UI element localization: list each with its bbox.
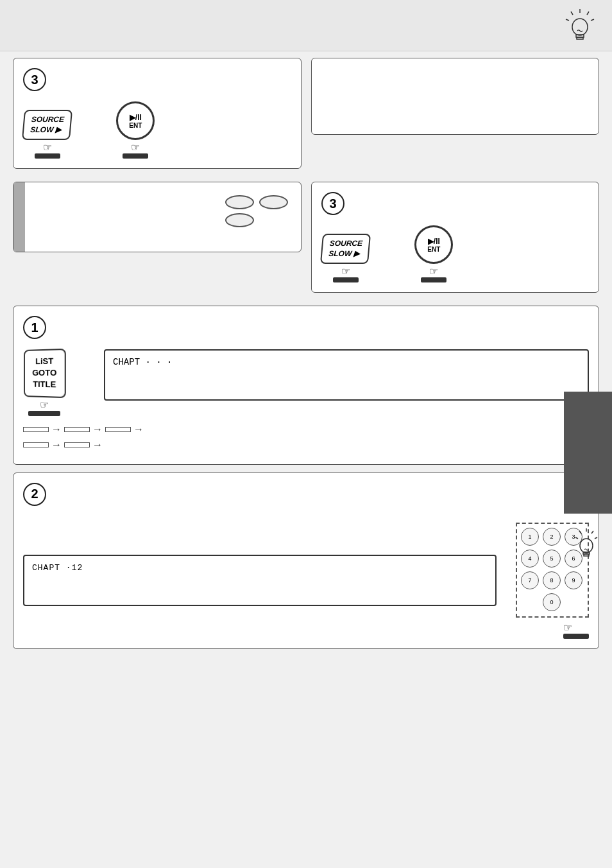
chapt-text-2: CHAPT ·12 <box>32 563 83 573</box>
chapt-display-2-wrapper: CHAPT ·12 <box>23 555 497 606</box>
step1-circle: 1 <box>23 316 46 339</box>
finger-press-keypad: ☞ <box>516 620 589 639</box>
flow-arrow-1: → <box>51 424 62 435</box>
section1-box: 1 LiST GOTO TITLE ☞ CHAPT · · · <box>13 306 599 465</box>
flow-row-1: → → → <box>23 424 589 435</box>
ent-label-bottom: ENT <box>427 246 440 253</box>
gray-sidebar-bar <box>13 182 25 252</box>
key-0[interactable]: 0 <box>543 593 561 611</box>
svg-line-2 <box>591 19 594 21</box>
list-goto-title-label: LiST GOTO TITLE <box>24 349 66 398</box>
source-slow-btn-top[interactable]: SOURCE SLOW ▶ ☞ <box>23 110 71 159</box>
ent-circle-top: ▶/II ENT <box>116 101 155 140</box>
flow-arrow-4: → <box>51 439 62 451</box>
tip-box-top <box>311 58 599 175</box>
finger-icon-4: ☞ <box>429 265 438 277</box>
finger-icon-6: ☞ <box>563 621 589 634</box>
ent-circle-bottom: ▶/II ENT <box>414 225 453 264</box>
section2-left: CHAPT ·12 <box>23 516 497 606</box>
middle-left-box <box>13 182 302 252</box>
ent-btn-top[interactable]: ▶/II ENT ☞ <box>116 101 155 159</box>
middle-left <box>13 182 302 299</box>
oval-2 <box>259 195 288 209</box>
play-pause-icon-top: ▶/II <box>130 113 142 122</box>
top-bar <box>0 0 612 51</box>
ovals-group <box>225 195 288 227</box>
svg-rect-15 <box>584 554 589 556</box>
main-content: 3 SOURCE SLOW ▶ ☞ <box>0 51 612 662</box>
oval-1 <box>225 195 254 209</box>
section3-bottom-box: 3 SOURCE SLOW ▶ ☞ ▶/II <box>311 182 599 293</box>
svg-line-9 <box>591 531 593 534</box>
lightbulb-top-icon <box>561 6 599 45</box>
top-row: 3 SOURCE SLOW ▶ ☞ <box>13 58 599 175</box>
svg-line-1 <box>587 12 589 15</box>
flow-box-5 <box>64 442 90 447</box>
key-1[interactable]: 1 <box>521 528 539 546</box>
svg-rect-7 <box>577 37 583 39</box>
tip-content-top <box>311 58 599 135</box>
svg-line-11 <box>579 531 581 534</box>
lightbulb-small-icon <box>570 526 602 564</box>
chapt-display-1: CHAPT · · · <box>104 349 589 401</box>
step3-bottom-circle: 3 <box>321 192 344 215</box>
svg-line-3 <box>571 12 573 15</box>
ent-label-top: ENT <box>129 122 142 129</box>
flow-box-1 <box>23 427 49 432</box>
key-empty-1 <box>521 593 539 611</box>
chapt-text-1: CHAPT · · · <box>113 357 172 367</box>
source-slow-btn-bottom[interactable]: SOURCE SLOW ▶ ☞ <box>321 234 370 282</box>
svg-point-13 <box>580 539 593 553</box>
flow-arrow-3: → <box>133 424 144 435</box>
section3-top-box: 3 SOURCE SLOW ▶ ☞ <box>13 58 302 169</box>
finger-icon-1: ☞ <box>43 141 52 153</box>
key-7[interactable]: 7 <box>521 571 539 589</box>
flow-rows: → → → → → <box>23 424 589 451</box>
key-9[interactable]: 9 <box>565 571 582 589</box>
flow-arrow-5: → <box>92 439 103 451</box>
ent-btn-bottom[interactable]: ▶/II ENT ☞ <box>414 225 453 282</box>
list-goto-title-btn[interactable]: LiST GOTO TITLE ☞ <box>23 349 65 416</box>
step2-circle: 2 <box>23 483 46 506</box>
page: 3 SOURCE SLOW ▶ ☞ <box>0 0 612 868</box>
svg-point-5 <box>572 19 588 35</box>
middle-right: 3 SOURCE SLOW ▶ ☞ ▶/II <box>311 182 599 299</box>
finger-icon-3: ☞ <box>341 265 350 277</box>
play-pause-icon-bottom: ▶/II <box>428 237 440 246</box>
finger-icon-2: ☞ <box>131 141 140 153</box>
svg-line-4 <box>566 19 569 21</box>
source-slow-label-top: SOURCE SLOW ▶ <box>22 110 72 140</box>
right-dark-panel <box>564 392 612 514</box>
flow-box-3 <box>105 427 131 432</box>
section3-top-left: 3 SOURCE SLOW ▶ ☞ <box>13 58 302 175</box>
middle-row: 3 SOURCE SLOW ▶ ☞ ▶/II <box>13 182 599 299</box>
source-slow-label-bottom: SOURCE SLOW ▶ <box>320 234 371 264</box>
finger-icon-5: ☞ <box>40 399 49 411</box>
oval-3 <box>225 213 254 227</box>
flow-row-2: → → <box>23 439 589 451</box>
key-5[interactable]: 5 <box>543 550 561 568</box>
step3-top-circle: 3 <box>23 68 46 91</box>
chapt-display-2: CHAPT ·12 <box>23 555 497 606</box>
key-8[interactable]: 8 <box>543 571 561 589</box>
svg-line-10 <box>595 537 597 539</box>
flow-arrow-2: → <box>92 424 103 435</box>
section2-box: 2 CHAPT ·12 1 2 3 4 <box>13 473 599 649</box>
key-4[interactable]: 4 <box>521 550 539 568</box>
flow-box-4 <box>23 442 49 447</box>
display-section1: CHAPT · · · <box>104 349 589 401</box>
keypad-press-area: ☞ <box>563 620 589 639</box>
flow-box-2 <box>64 427 90 432</box>
svg-line-12 <box>575 537 578 539</box>
key-empty-2 <box>565 593 582 611</box>
key-2[interactable]: 2 <box>543 528 561 546</box>
